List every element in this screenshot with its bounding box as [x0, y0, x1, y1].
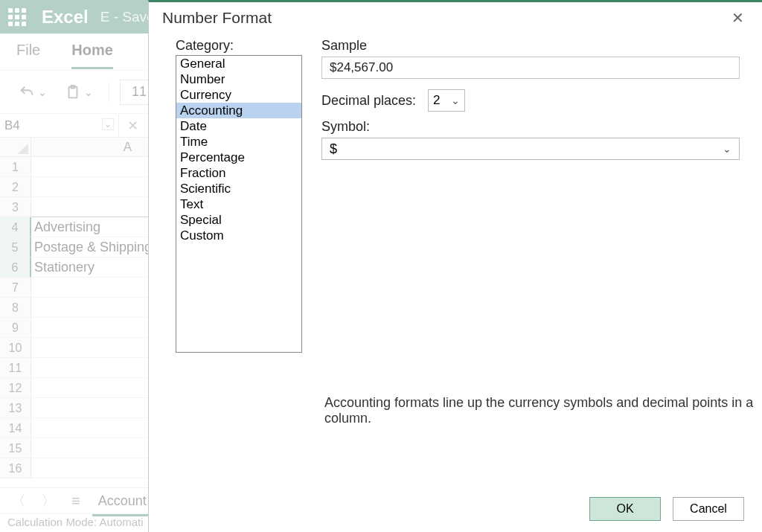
sample-value: $24,567.00 — [321, 57, 740, 79]
all-sheets-icon[interactable]: ≡ — [67, 493, 85, 510]
status-text: Calculation Mode: Automati — [7, 516, 144, 528]
decimal-places-select[interactable]: 2 ⌄ — [428, 89, 465, 112]
category-item[interactable]: Scientific — [176, 181, 301, 196]
tab-file[interactable]: File — [16, 42, 40, 62]
app-name: Excel — [42, 7, 89, 28]
category-list[interactable]: GeneralNumberCurrencyAccountingDateTimeP… — [176, 55, 302, 353]
chevron-down-icon: ⌄ — [84, 86, 93, 98]
category-item[interactable]: Time — [176, 134, 301, 150]
category-item[interactable]: Accounting — [176, 103, 301, 118]
cancel-icon[interactable]: ✕ — [119, 114, 146, 137]
paste-button[interactable]: ⌄ — [60, 80, 98, 105]
row-header[interactable]: 15 — [0, 438, 31, 458]
category-item[interactable]: General — [176, 56, 301, 71]
category-item[interactable]: Text — [176, 196, 301, 212]
row-header[interactable]: 10 — [0, 338, 31, 358]
row-header[interactable]: 12 — [0, 378, 31, 398]
tab-home[interactable]: Home — [71, 42, 113, 62]
sheet-nav-next[interactable]: 〉 — [37, 489, 60, 513]
close-icon[interactable]: ✕ — [727, 6, 749, 30]
ok-button[interactable]: OK — [589, 497, 661, 521]
chevron-down-icon: ⌄ — [451, 94, 460, 106]
category-description: Accounting formats line up the currency … — [324, 395, 762, 426]
symbol-select[interactable]: $ ⌄ — [321, 138, 740, 160]
select-all-corner[interactable] — [0, 138, 31, 157]
category-label: Category: — [176, 38, 302, 54]
category-item[interactable]: Date — [176, 118, 301, 134]
doc-name: E - Save — [100, 9, 155, 25]
name-box[interactable]: B4 ⌄ — [0, 114, 119, 137]
symbol-label: Symbol: — [321, 119, 740, 135]
row-header[interactable]: 2 — [0, 177, 31, 197]
decimal-places-value: 2 — [433, 93, 440, 108]
row-header[interactable]: 8 — [0, 298, 31, 318]
row-header[interactable]: 7 — [0, 278, 31, 298]
dialog-title: Number Format — [162, 9, 727, 27]
category-item[interactable]: Number — [176, 71, 301, 87]
name-box-value: B4 — [4, 118, 20, 133]
chevron-down-icon: ⌄ — [38, 86, 47, 98]
row-header[interactable]: 4 — [0, 217, 31, 237]
row-header[interactable]: 1 — [0, 157, 31, 177]
sample-label: Sample — [321, 38, 740, 54]
row-header[interactable]: 5 — [0, 237, 31, 257]
category-item[interactable]: Custom — [176, 228, 301, 243]
sheet-nav-prev[interactable]: 〈 — [7, 489, 30, 513]
decimal-places-label: Decimal places: — [321, 93, 416, 109]
chevron-down-icon: ⌄ — [723, 143, 731, 155]
row-header[interactable]: 9 — [0, 318, 31, 338]
category-item[interactable]: Currency — [176, 87, 301, 103]
symbol-value: $ — [330, 141, 337, 157]
row-header[interactable]: 3 — [0, 197, 31, 217]
row-header[interactable]: 11 — [0, 358, 31, 378]
category-item[interactable]: Percentage — [176, 150, 301, 165]
chevron-down-icon[interactable]: ⌄ — [102, 118, 114, 130]
sheet-tab-account[interactable]: Account — [92, 490, 153, 512]
row-header[interactable]: 13 — [0, 398, 31, 418]
cancel-button[interactable]: Cancel — [673, 497, 744, 521]
category-item[interactable]: Special — [176, 212, 301, 228]
category-item[interactable]: Fraction — [176, 165, 301, 181]
row-header[interactable]: 16 — [0, 458, 31, 478]
app-launcher-icon[interactable] — [6, 6, 28, 28]
row-header[interactable]: 6 — [0, 257, 31, 278]
undo-button[interactable]: ⌄ — [13, 80, 52, 105]
row-header[interactable]: 14 — [0, 418, 31, 438]
number-format-dialog: Number Format ✕ Category: GeneralNumberC… — [148, 0, 762, 532]
